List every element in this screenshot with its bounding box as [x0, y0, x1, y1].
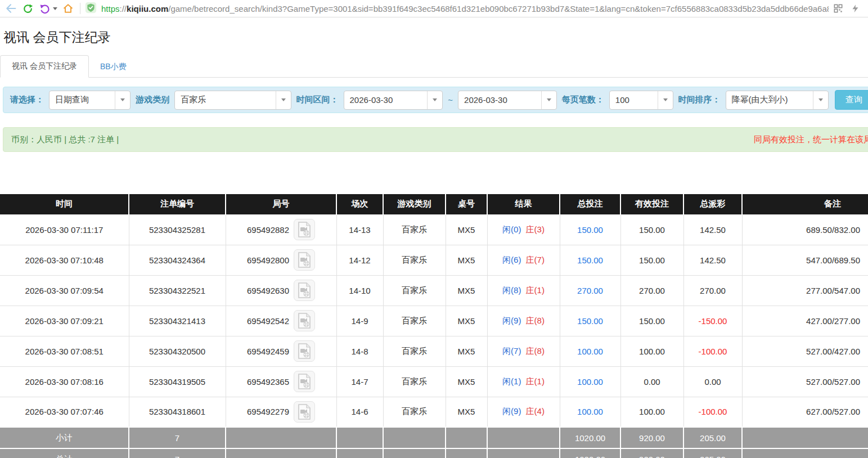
result-player: 闲(8) — [502, 285, 521, 295]
cell-result: 闲(1) 庄(1) — [487, 366, 560, 397]
url-host: kiqiiu.com — [127, 4, 168, 14]
undo-dropdown-caret[interactable] — [53, 7, 57, 10]
header-result: 结果 — [487, 194, 560, 214]
video-replay-button[interactable] — [294, 340, 315, 362]
cell-time: 2026-03-30 07:11:17 — [0, 214, 129, 245]
toolbar-divider — [80, 3, 80, 14]
total-row: 总计 7 1020.00 920.00 205.00 — [0, 448, 868, 458]
time-range-label: 时间区间： — [296, 95, 339, 105]
url-path: /game/betrecord_search/kind3?GameType=30… — [168, 4, 829, 14]
cell-payout: -100.00 — [683, 397, 742, 427]
tab-bb-tip[interactable]: BB小费 — [89, 56, 138, 78]
cell-round-no: 695492459 — [226, 336, 336, 366]
cell-time: 2026-03-30 07:09:54 — [0, 275, 129, 306]
cell-payout: 0.00 — [683, 366, 742, 397]
cell-time: 2026-03-30 07:08:51 — [0, 336, 129, 366]
undo-icon[interactable] — [37, 2, 52, 15]
cell-valid-bet: 150.00 — [620, 214, 683, 245]
header-table-no: 桌号 — [446, 194, 487, 214]
time-sort-select[interactable]: 降幂(由大到小) — [726, 91, 829, 110]
table-row: 2026-03-30 07:09:21 523304321413 6954925… — [0, 306, 868, 336]
cell-round-no: 695492800 — [226, 245, 336, 275]
header-game-type: 游戏类别 — [383, 194, 446, 214]
cell-round-no: 695492542 — [226, 306, 336, 336]
header-round-no: 局号 — [226, 194, 336, 214]
cell-valid-bet: 150.00 — [620, 245, 683, 275]
tab-video-bet-records[interactable]: 视讯 会员下注纪录 — [0, 55, 89, 78]
valid-bet-notice: 同局有效投注，统一计算在该局 — [754, 134, 868, 145]
cell-table-no: MX5 — [446, 214, 487, 245]
header-session: 场次 — [336, 194, 383, 214]
refresh-icon[interactable] — [20, 2, 35, 15]
total-bet-link[interactable]: 100.00 — [577, 377, 603, 387]
result-player: 闲(1) — [502, 376, 521, 386]
home-icon[interactable] — [61, 2, 75, 15]
cell-remark: 627.00/527.00 — [742, 397, 868, 427]
video-replay-button[interactable] — [294, 280, 315, 301]
cell-remark: 689.50/832.00 — [742, 214, 868, 245]
total-bet-link[interactable]: 270.00 — [577, 286, 603, 295]
cell-result: 闲(9) 庄(8) — [487, 306, 560, 336]
table-row: 2026-03-30 07:10:48 523304324364 6954928… — [0, 245, 868, 275]
total-bet-link[interactable]: 100.00 — [577, 407, 603, 416]
chevron-down-icon — [813, 91, 828, 109]
result-banker: 庄(4) — [526, 406, 545, 416]
cell-total-bet: 150.00 — [560, 306, 620, 336]
cell-session: 14-8 — [336, 336, 383, 366]
cell-time: 2026-03-30 07:09:21 — [0, 306, 129, 336]
date-from-input[interactable]: 2026-03-30 — [344, 91, 443, 110]
chevron-down-icon — [276, 91, 291, 109]
page-size-label: 每页笔数： — [562, 95, 604, 105]
total-bet-link[interactable]: 150.00 — [577, 316, 603, 326]
result-banker: 庄(8) — [526, 316, 545, 325]
table-row: 2026-03-30 07:11:17 523304325281 6954928… — [0, 214, 868, 245]
cell-remark: 527.00/427.00 — [742, 336, 868, 366]
page-size-select[interactable]: 100 — [609, 91, 673, 110]
security-shield-icon[interactable] — [85, 2, 97, 15]
query-type-select[interactable]: 日期查询 — [49, 91, 131, 110]
cell-session: 14-7 — [336, 366, 383, 397]
cell-total-bet: 100.00 — [560, 397, 620, 427]
cell-time: 2026-03-30 07:08:16 — [0, 366, 129, 397]
qr-code-icon[interactable] — [831, 2, 845, 15]
cell-remark: 427.00/277.00 — [742, 306, 868, 336]
total-bet-link[interactable]: 100.00 — [577, 347, 603, 356]
game-type-select[interactable]: 百家乐 — [174, 91, 291, 110]
video-replay-button[interactable] — [294, 401, 315, 423]
subtotal-count: 7 — [129, 427, 226, 448]
header-bet-id: 注单编号 — [129, 194, 226, 214]
cell-table-no: MX5 — [446, 306, 487, 336]
cell-remark: 527.00/527.00 — [742, 366, 868, 397]
time-sort-value: 降幂(由大到小) — [726, 95, 813, 105]
cell-table-no: MX5 — [446, 336, 487, 366]
cell-payout: -150.00 — [683, 306, 742, 336]
total-count: 7 — [129, 448, 226, 458]
cell-bet-id: 523304318601 — [129, 397, 226, 427]
table-footer: 小计 7 1020.00 920.00 205.00 总计 7 1020.00 … — [0, 427, 868, 458]
date-to-input[interactable]: 2026-03-30 — [458, 91, 557, 110]
game-type-value: 百家乐 — [175, 95, 275, 105]
video-replay-button[interactable] — [294, 310, 315, 331]
cell-valid-bet: 0.00 — [620, 366, 683, 397]
cell-time: 2026-03-30 07:07:46 — [0, 397, 129, 427]
address-bar[interactable]: https://kiqiiu.com/game/betrecord_search… — [85, 2, 829, 15]
video-replay-button[interactable] — [294, 371, 315, 392]
bet-records-table: 时间 注单编号 局号 场次 游戏类别 桌号 结果 总投注 有效投注 总派彩 备注… — [0, 194, 868, 458]
cell-result: 闲(7) 庄(8) — [487, 336, 560, 366]
video-replay-button[interactable] — [294, 219, 315, 240]
video-replay-button[interactable] — [294, 249, 315, 271]
cell-bet-id: 523304324364 — [129, 245, 226, 275]
date-to-value: 2026-03-30 — [458, 95, 541, 105]
table-row: 2026-03-30 07:09:54 523304322521 6954926… — [0, 275, 868, 306]
back-icon[interactable] — [3, 2, 18, 15]
filter-bar: 请选择： 日期查询 游戏类别 百家乐 时间区间： 2026-03-30 ~ 20… — [3, 87, 868, 113]
total-bet-link[interactable]: 150.00 — [577, 255, 603, 265]
total-bet-link[interactable]: 150.00 — [577, 225, 603, 235]
result-banker: 庄(1) — [526, 376, 545, 386]
lightning-icon[interactable] — [848, 2, 862, 15]
query-type-label: 请选择： — [10, 95, 44, 105]
page-size-value: 100 — [610, 95, 658, 105]
table-row: 2026-03-30 07:08:51 523304320500 6954924… — [0, 336, 868, 366]
cell-total-bet: 150.00 — [560, 214, 620, 245]
search-button[interactable]: 查询 — [835, 90, 868, 110]
